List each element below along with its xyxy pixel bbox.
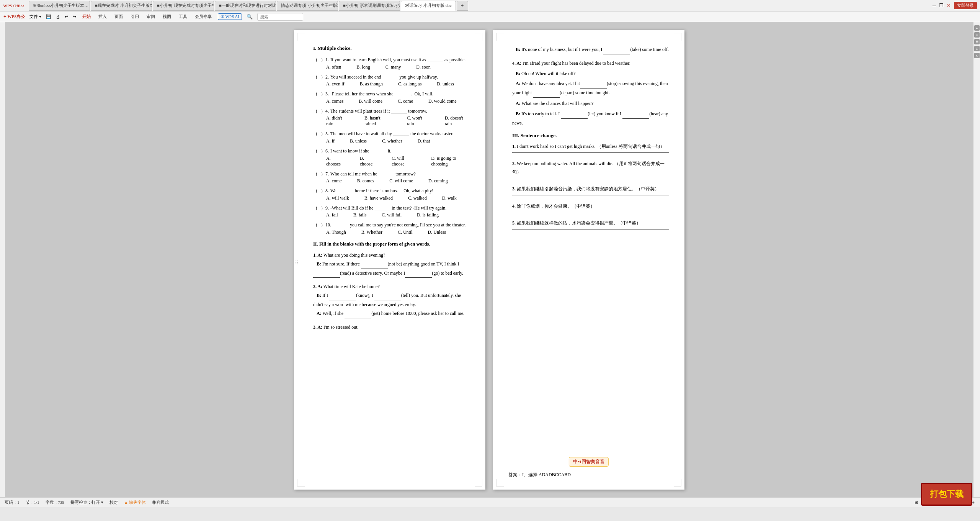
- search-input[interactable]: [257, 13, 303, 21]
- fill-continued: B: It's none of my business, but if I we…: [512, 45, 669, 54]
- sc-item-5: 5. 如果我们继续这样做的话，水污染会变得很严重。（中译英）: [512, 219, 669, 229]
- spell-check[interactable]: 拼写检查：打开 ▾: [70, 500, 103, 505]
- tab-view[interactable]: 视图: [161, 13, 173, 20]
- tab-insert[interactable]: 插入: [97, 13, 108, 20]
- choices-8: A. will walk B. have walked C. walked D.…: [326, 195, 470, 201]
- question-2: （ ）2. You will succeed in the end ______…: [313, 73, 470, 87]
- section-1-title: I. Multiple choice.: [313, 45, 470, 51]
- right-panel: ▲ ≡ ☰ ⊞ ⚙: [973, 22, 980, 497]
- sc-item-1: 1. I don't work hard so I can't get high…: [512, 143, 669, 153]
- right-icon-2[interactable]: ≡: [974, 32, 980, 38]
- right-icon-1[interactable]: ▲: [974, 25, 980, 31]
- fill-item-4: 4. A: I'm afraid your flight has been de…: [512, 59, 669, 128]
- fill-item-1: 1. A: What are you doing this evening? B…: [313, 251, 470, 278]
- fill-title: II. Fill in the blanks with the proper f…: [313, 241, 470, 247]
- choices-9: A. fail B. fails C. will fail D. is fail…: [326, 212, 470, 218]
- toolbar: ✦ WPS办公 文件 ▾ 💾 🖨 ↩ ↪ 开始 插入 页面 引用 审阅 视图 工…: [0, 11, 980, 22]
- right-icon-4[interactable]: ⊞: [974, 46, 980, 51]
- tab-ref[interactable]: 引用: [129, 13, 140, 20]
- tab-review[interactable]: 审阅: [145, 13, 157, 20]
- question-4: （ ）4. The students will plant trees if i…: [313, 107, 470, 127]
- word-count: 字数：735: [46, 500, 65, 505]
- wps-brand-bar: 中•♦回智奥音音: [569, 457, 609, 467]
- answer-text: 答案：I、选择 ADADBCCABD: [508, 472, 571, 478]
- tab-5[interactable]: 情态动词专项-小升初尖子生版本.doc: [277, 1, 338, 11]
- sentence-change-section: III. Sentence change. 1. I don't work ha…: [512, 133, 669, 229]
- right-icon-5[interactable]: ⚙: [974, 53, 980, 58]
- status-bar: 页码：1 节：1/1 字数：735 拼写检查：打开 ▾ 校对 ▲ 缺失字体 兼容…: [0, 497, 980, 507]
- missing-font-warning: ▲ 缺失字体: [124, 500, 146, 505]
- question-7: （ ）7. Who can tell me when he _______ to…: [313, 170, 470, 184]
- reading-mode: 兼容模式: [152, 500, 169, 505]
- tab-1[interactable]: ⑧/8unless小升初尖子生版本…: [29, 1, 90, 11]
- doc-area: ⠿ I. Multiple choice. （ ）1. If you want …: [5, 22, 973, 497]
- tab-7[interactable]: 对话练习-小升初专版.doc: [401, 1, 456, 11]
- main-area: ⠿ I. Multiple choice. （ ）1. If you want …: [0, 22, 980, 497]
- login-button[interactable]: 立即登录: [954, 2, 977, 9]
- right-icon-3[interactable]: ☰: [974, 39, 980, 44]
- choices-7: A. come B. comes C. will come D. coming: [326, 178, 470, 184]
- question-8: （ ）8. We _______ home if there is no bus…: [313, 187, 470, 201]
- minimize-button[interactable]: ─: [933, 3, 936, 9]
- tab-page[interactable]: 页面: [113, 13, 124, 20]
- left-panel: [0, 22, 5, 497]
- file-menu[interactable]: 文件 ▾: [29, 14, 41, 20]
- question-10: （ ）10. _______ you call me to say you're…: [313, 221, 470, 235]
- fill-item-3: 3. A: I'm so stressed out.: [313, 323, 470, 332]
- quick-save[interactable]: 💾: [46, 14, 51, 19]
- tab-tools[interactable]: 工具: [177, 13, 189, 20]
- title-bar: WPS Office ⑧/8unless小升初尖子生版本… ■现在完成时-小升初…: [0, 0, 980, 11]
- sc-title: III. Sentence change.: [512, 133, 669, 139]
- question-5: （ ）5. The men will have to wait all day …: [313, 130, 470, 144]
- sc-item-3: 3. 如果我们继续引起噪音污染，我们将没有安静的地方居住。（中译英）: [512, 185, 669, 195]
- page-1: ⠿ I. Multiple choice. （ ）1. If you want …: [294, 30, 485, 490]
- question-3: （ ）3. -Please tell her the news when she…: [313, 90, 470, 104]
- compare-button[interactable]: 校对: [109, 500, 118, 505]
- question-1: （ ）1. If you want to learn English well,…: [313, 56, 470, 70]
- tab-2[interactable]: ■现在完成时-小升初尖子生版本.doc: [91, 1, 152, 11]
- choices-1: A. often B. long C. many D. soon: [326, 64, 470, 70]
- question-9: （ ）9. -What will Bill do if he _______ i…: [313, 204, 470, 218]
- drag-handle: ⠿: [295, 260, 299, 266]
- choices-5: A. if B. unless C. whether D. that: [326, 138, 470, 144]
- undo-button[interactable]: ↩: [65, 14, 68, 19]
- download-badge[interactable]: 打包下载: [921, 483, 972, 506]
- app-logo: WPS Office: [3, 3, 24, 8]
- page-count: 页码：1: [5, 500, 20, 505]
- choices-2: A. even if B. as though C. as long as D.…: [326, 81, 470, 87]
- wps-office-label[interactable]: ✦ WPS办公: [3, 14, 25, 20]
- tab-member[interactable]: 会员专享: [193, 13, 213, 20]
- choices-6: A. chooses B. choose C. will choose D. i…: [326, 156, 470, 167]
- view-icon-1[interactable]: ⊞: [915, 500, 918, 505]
- search-icon: 🔍: [247, 14, 253, 20]
- sc-item-4: 4. 除非你戒烟，你才会健康。（中译英）: [512, 202, 669, 213]
- choices-3: A. comes B. will come C. come D. would c…: [326, 98, 470, 104]
- section-info: 节：1/1: [26, 500, 39, 505]
- restore-button[interactable]: ❐: [939, 3, 944, 9]
- tab-list: ⑧/8unless小升初尖子生版本… ■现在完成时-小升初尖子生版本.doc ■…: [29, 1, 931, 11]
- tab-4[interactable]: ■一般现在时和现在进行时对比练习（…: [215, 1, 276, 11]
- choices-10: A. Though B. Whether C. Until D. Unless: [326, 229, 470, 235]
- fill-section: II. Fill in the blanks with the proper f…: [313, 241, 470, 331]
- fill-item-2: 2. A: What time will Kate be home? B: If…: [313, 282, 470, 318]
- tab-3[interactable]: ■小升初-现在完成时专项尖子生版本e…: [153, 1, 214, 11]
- wps-ai-button[interactable]: ⑧ WPS AI: [218, 13, 242, 20]
- choices-4: A. didn't rain B. hasn't rained C. won't…: [326, 115, 470, 127]
- page-2: B: It's none of my business, but if I we…: [493, 30, 684, 490]
- question-6: （ ）6. I want to know if she _______ it. …: [313, 147, 470, 167]
- new-tab-button[interactable]: +: [457, 1, 468, 11]
- tab-6[interactable]: ■小升初-形容调副调专项练习尖子生…: [339, 1, 400, 11]
- redo-button[interactable]: ↪: [73, 14, 76, 19]
- tab-start[interactable]: 开始: [81, 13, 92, 20]
- print-button[interactable]: 🖨: [56, 15, 60, 19]
- sc-item-2: 2. We keep on polluting water. All the a…: [512, 160, 669, 178]
- window-controls: ─ ❐ ✕ 立即登录: [933, 2, 977, 9]
- close-button[interactable]: ✕: [947, 3, 951, 9]
